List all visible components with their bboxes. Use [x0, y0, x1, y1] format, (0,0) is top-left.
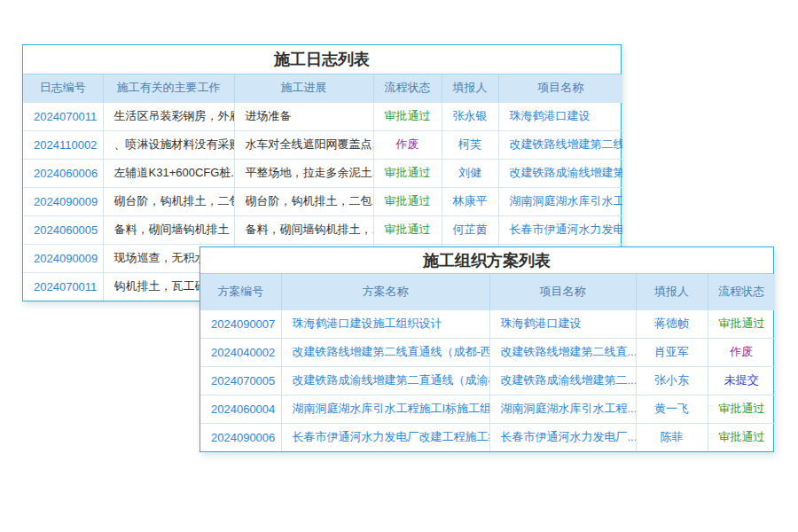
log-id-cell: 2024060006: [23, 159, 103, 187]
plan-id-cell: 2024060004: [200, 395, 281, 423]
project-link[interactable]: 珠海鹤港口建设: [501, 317, 582, 330]
column-header-project: 项目名称: [489, 274, 636, 309]
reporter-link[interactable]: 肖亚军: [654, 345, 689, 358]
log-id-link[interactable]: 2024060006: [34, 167, 98, 180]
table-row: 2024070011 生活区吊装彩钢房，外雇... 进场准备 审批通过 张永银 …: [23, 102, 622, 130]
plan-name-link[interactable]: 湖南洞庭湖水库引水工程施工I标施工组织...: [293, 402, 490, 415]
log-id-link[interactable]: 2024060005: [34, 223, 98, 237]
project-cell: 长春市伊通河水力发电厂...: [489, 423, 636, 451]
project-link[interactable]: 珠海鹤港口建设: [510, 109, 591, 122]
project-link[interactable]: 改建铁路成渝线增建第...: [510, 166, 623, 179]
reporter-cell: 张永银: [442, 102, 498, 130]
plan-id-cell: 2024040002: [200, 338, 281, 366]
log-id-link[interactable]: 2024110002: [34, 138, 97, 152]
status-badge: 未提交: [724, 373, 759, 387]
project-cell: 湖南洞庭湖水库引水工...: [498, 187, 622, 215]
column-header-status: 流程状态: [373, 74, 442, 102]
table-row: 2024110002 、喷淋设施材料没有采购... 水车对全线遮阳网覆盖点...…: [23, 130, 622, 159]
work-cell: 左辅道K31+600CFG桩...: [103, 159, 234, 187]
progress-cell: 备料，砌间墙钩机排土，...: [234, 215, 373, 244]
progress-cell: 水车对全线遮阳网覆盖点...: [234, 130, 373, 159]
reporter-link[interactable]: 柯芙: [458, 137, 481, 151]
reporter-link[interactable]: 陈菲: [661, 430, 684, 443]
plan-name-cell: 珠海鹤港口建设施工组织设计: [281, 309, 489, 338]
reporter-cell: 何芷茵: [442, 215, 498, 244]
plan-name-link[interactable]: 珠海鹤港口建设施工组织设计: [293, 317, 442, 330]
project-cell: 改建铁路成渝线增建第...: [498, 159, 622, 187]
work-cell: 砌台阶，钩机排土，二包...: [103, 187, 234, 215]
project-link[interactable]: 湖南洞庭湖水库引水工程...: [501, 402, 637, 415]
reporter-link[interactable]: 刘健: [458, 166, 481, 179]
log-id-cell: 2024060005: [23, 215, 103, 244]
log-id-link[interactable]: 2024070011: [34, 280, 97, 293]
construction-log-title: 施工日志列表: [23, 45, 621, 74]
reporter-link[interactable]: 蒋德帧: [654, 317, 689, 330]
status-cell: 审批通过: [373, 215, 442, 244]
reporter-link[interactable]: 黄一飞: [654, 402, 689, 415]
column-header-reporter: 填报人: [636, 274, 708, 309]
reporter-cell: 蒋德帧: [636, 309, 708, 338]
status-badge: 审批通过: [385, 166, 431, 179]
plan-name-cell: 改建铁路线增建第二线直通线（成都-西...: [281, 338, 489, 366]
log-header-row: 日志编号 施工有关的主要工作 施工进展 流程状态 填报人 项目名称: [23, 74, 622, 102]
log-id-link[interactable]: 2024070011: [34, 110, 97, 123]
plan-name-cell: 长春市伊通河水力发电厂改建工程施工组...: [281, 423, 489, 451]
plan-id-link[interactable]: 2024070005: [211, 374, 275, 387]
status-cell: 审批通过: [373, 159, 442, 187]
status-cell: 作废: [708, 338, 775, 366]
reporter-link[interactable]: 何芷茵: [453, 223, 488, 236]
project-link[interactable]: 改建铁路成渝线增建第二...: [501, 373, 637, 387]
table-row: 2024060005 备料，砌间墙钩机排土，... 备料，砌间墙钩机排土，...…: [23, 215, 622, 244]
project-cell: 改建铁路成渝线增建第二...: [489, 366, 636, 395]
progress-cell: 进场准备: [234, 102, 373, 130]
plan-id-cell: 2024090006: [200, 423, 281, 451]
table-row: 2024040002 改建铁路线增建第二线直通线（成都-西... 改建铁路线增建…: [200, 338, 775, 366]
plan-id-link[interactable]: 2024090007: [211, 317, 275, 331]
plan-name-link[interactable]: 改建铁路线增建第二线直通线（成都-西...: [293, 345, 490, 358]
plan-id-link[interactable]: 2024060004: [211, 403, 275, 416]
log-id-cell: 2024110002: [23, 130, 103, 159]
table-row: 2024090007 珠海鹤港口建设施工组织设计 珠海鹤港口建设 蒋德帧 审批通…: [200, 309, 775, 338]
column-header-project: 项目名称: [498, 74, 622, 102]
status-badge: 审批通过: [385, 223, 431, 236]
status-badge: 作废: [396, 137, 419, 151]
status-badge: 作废: [730, 345, 753, 358]
reporter-cell: 陈菲: [636, 423, 708, 451]
reporter-cell: 刘健: [442, 159, 498, 187]
project-link[interactable]: 改建铁路线增建第二线...: [510, 137, 623, 151]
status-cell: 审批通过: [708, 395, 775, 423]
project-link[interactable]: 湖南洞庭湖水库引水工...: [510, 194, 623, 207]
plan-id-link[interactable]: 2024040002: [211, 346, 275, 359]
status-badge: 审批通过: [719, 402, 765, 415]
plan-id-cell: 2024070005: [200, 366, 281, 395]
column-header-reporter: 填报人: [442, 74, 498, 102]
project-link[interactable]: 改建铁路线增建第二线直...: [501, 345, 637, 358]
log-id-link[interactable]: 2024090009: [34, 195, 98, 208]
reporter-link[interactable]: 张永银: [453, 109, 488, 122]
status-cell: 作废: [373, 130, 442, 159]
status-cell: 未提交: [708, 366, 775, 395]
project-link[interactable]: 长春市伊通河水力发电厂...: [501, 430, 637, 443]
reporter-cell: 林康平: [442, 187, 498, 215]
progress-cell: 砌台阶，钩机排土，二包...: [234, 187, 373, 215]
work-cell: 生活区吊装彩钢房，外雇...: [103, 102, 234, 130]
plan-name-link[interactable]: 改建铁路成渝线增建第二直通线（成渝枢...: [293, 373, 490, 387]
plan-id-link[interactable]: 2024090006: [211, 431, 275, 444]
plan-name-link[interactable]: 长春市伊通河水力发电厂改建工程施工组...: [293, 430, 490, 443]
status-cell: 审批通过: [373, 102, 442, 130]
column-header-log-id: 日志编号: [23, 74, 103, 102]
reporter-cell: 肖亚军: [636, 338, 708, 366]
project-link[interactable]: 长春市伊通河水力发电...: [510, 223, 623, 236]
column-header-progress: 施工进展: [234, 74, 373, 102]
page: 施工日志列表 日志编号 施工有关的主要工作 施工进展 流程状态 填报人 项目名称…: [0, 0, 798, 532]
project-cell: 珠海鹤港口建设: [498, 102, 622, 130]
reporter-link[interactable]: 林康平: [453, 194, 488, 207]
reporter-cell: 张小东: [636, 366, 708, 395]
status-badge: 审批通过: [385, 109, 431, 122]
construction-plan-table: 方案编号 方案名称 项目名称 填报人 流程状态 2024090007 珠海鹤港口…: [200, 274, 775, 451]
work-cell: 备料，砌间墙钩机排土，...: [103, 215, 234, 244]
log-id-cell: 2024090009: [23, 244, 103, 272]
log-id-cell: 2024070011: [23, 272, 103, 301]
reporter-link[interactable]: 张小东: [654, 373, 689, 387]
log-id-link[interactable]: 2024090009: [34, 252, 98, 265]
